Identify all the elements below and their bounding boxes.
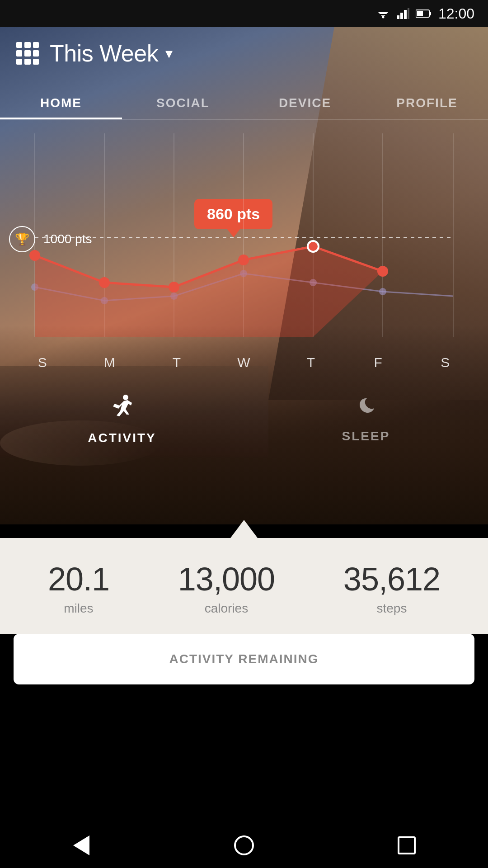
- calories-label: calories: [205, 601, 248, 616]
- header-title: This Week: [50, 40, 158, 67]
- bottom-nav: [0, 823, 488, 868]
- status-bar: 12:00: [0, 0, 488, 27]
- status-time: 12:00: [438, 5, 474, 22]
- sleep-label: SLEEP: [342, 429, 390, 443]
- steps-label: steps: [376, 601, 407, 616]
- stats-section: 20.1 miles 13,000 calories 35,612 steps: [0, 538, 488, 634]
- activity-card-title: ACTIVITY REMAINING: [32, 652, 456, 666]
- activity-indicator: [0, 520, 488, 538]
- tab-home[interactable]: HOME: [0, 87, 122, 119]
- home-icon: [234, 835, 254, 855]
- sleep-icon: [354, 395, 378, 424]
- miles-label: miles: [64, 601, 93, 616]
- svg-rect-4: [397, 15, 399, 19]
- signal-icon: [397, 8, 409, 19]
- chart-area: 🏆 1000 pts 860 pts: [0, 120, 488, 463]
- svg-point-3: [382, 16, 384, 19]
- toggle-sleep[interactable]: SLEEP: [244, 386, 488, 453]
- svg-point-26: [29, 250, 40, 261]
- svg-point-24: [379, 288, 386, 295]
- svg-rect-9: [429, 12, 431, 15]
- steps-value: 35,612: [343, 561, 440, 598]
- toggle-bar: ACTIVITY SLEEP: [0, 370, 488, 454]
- svg-rect-6: [404, 10, 407, 19]
- recent-icon: [398, 836, 416, 854]
- tab-device[interactable]: DEVICE: [244, 87, 366, 119]
- back-icon: [73, 835, 89, 855]
- svg-point-27: [99, 277, 110, 288]
- svg-point-30: [308, 241, 319, 252]
- svg-point-29: [238, 255, 249, 265]
- svg-rect-7: [408, 8, 409, 19]
- app-header: This Week ▾: [0, 27, 488, 80]
- tab-social[interactable]: SOCIAL: [122, 87, 244, 119]
- chart-graph: [0, 133, 488, 359]
- up-arrow-icon: [230, 520, 258, 538]
- back-button[interactable]: [63, 827, 99, 863]
- battery-icon: [416, 9, 432, 18]
- svg-point-31: [377, 266, 388, 277]
- calories-value: 13,000: [178, 561, 275, 598]
- svg-point-32: [123, 395, 128, 400]
- dropdown-arrow-icon[interactable]: ▾: [165, 45, 173, 62]
- activity-card: ACTIVITY REMAINING: [14, 634, 474, 684]
- tab-profile[interactable]: PROFILE: [366, 87, 488, 119]
- svg-point-28: [169, 282, 179, 292]
- stat-miles: 20.1 miles: [48, 561, 109, 616]
- stat-calories: 13,000 calories: [178, 561, 275, 616]
- wifi-icon: [376, 8, 390, 19]
- stat-steps: 35,612 steps: [343, 561, 440, 616]
- activity-label: ACTIVITY: [88, 431, 156, 445]
- home-button[interactable]: [226, 827, 262, 863]
- recent-button[interactable]: [389, 827, 425, 863]
- hero-section: This Week ▾ HOME SOCIAL DEVICE PROFILE 🏆…: [0, 27, 488, 524]
- svg-marker-25: [35, 246, 383, 337]
- svg-rect-5: [400, 13, 403, 19]
- svg-rect-10: [417, 11, 423, 16]
- activity-icon: [108, 393, 136, 425]
- miles-value: 20.1: [48, 561, 109, 598]
- header-title-row[interactable]: This Week ▾: [50, 40, 173, 67]
- chart-svg: [0, 133, 488, 359]
- toggle-activity[interactable]: ACTIVITY: [0, 384, 244, 454]
- tabs-bar: HOME SOCIAL DEVICE PROFILE: [0, 87, 488, 120]
- grid-menu-icon[interactable]: [16, 42, 39, 65]
- status-icons: 12:00: [376, 5, 474, 22]
